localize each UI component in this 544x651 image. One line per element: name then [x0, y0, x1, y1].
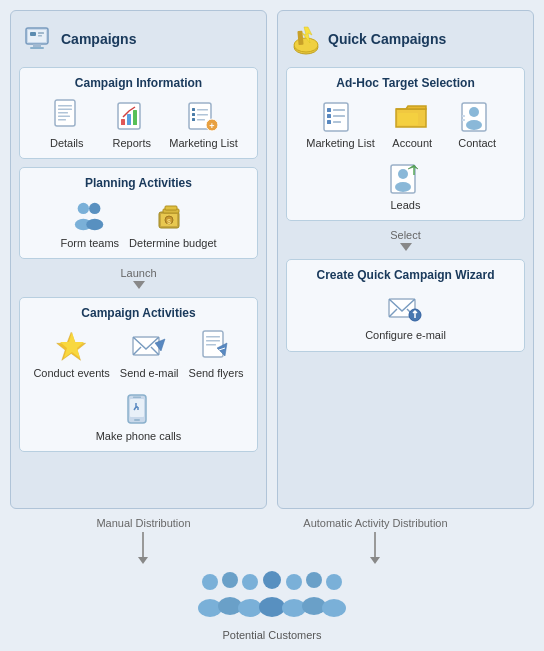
form-teams-label: Form teams — [60, 237, 119, 250]
svg-point-81 — [263, 571, 281, 589]
svg-rect-59 — [327, 120, 331, 124]
send-email-label: Send e-mail — [120, 367, 179, 380]
campaign-info-title: Campaign Information — [28, 76, 249, 90]
campaigns-icon — [23, 23, 55, 55]
svg-rect-18 — [192, 108, 195, 111]
svg-rect-23 — [197, 119, 205, 121]
svg-rect-49 — [134, 419, 140, 421]
svg-rect-10 — [58, 112, 68, 114]
configure-email-label: Configure e-mail — [365, 329, 446, 342]
svg-rect-58 — [333, 115, 345, 117]
configure-email-item[interactable]: Configure e-mail — [365, 290, 446, 342]
svg-point-29 — [86, 219, 103, 230]
svg-rect-61 — [398, 113, 418, 125]
reports-icon — [114, 98, 150, 134]
svg-rect-35 — [165, 206, 177, 210]
contact-item[interactable]: Contact — [450, 98, 505, 150]
conduct-events-label: Conduct events — [33, 367, 109, 380]
svg-point-75 — [202, 574, 218, 590]
svg-rect-14 — [121, 119, 125, 125]
determine-budget-label: Determine budget — [129, 237, 216, 250]
leads-label: Leads — [391, 199, 421, 212]
svg-rect-45 — [206, 344, 216, 346]
marketing-list-label: Marketing List — [169, 137, 237, 150]
potential-customers-group: Potential Customers — [192, 568, 352, 641]
svg-point-88 — [322, 599, 346, 617]
contact-label: Contact — [458, 137, 496, 150]
svg-point-69 — [395, 182, 411, 192]
quick-campaigns-header: Quick Campaigns — [286, 19, 525, 59]
determine-budget-item[interactable]: $ Determine budget — [129, 198, 216, 250]
quick-campaigns-icon — [290, 23, 322, 55]
conduct-events-item[interactable]: Conduct events — [33, 328, 109, 380]
campaigns-panel: Campaigns Campaign Information — [10, 10, 267, 509]
leads-item[interactable]: Leads — [378, 160, 433, 212]
svg-rect-65 — [462, 115, 465, 117]
svg-rect-19 — [197, 109, 208, 111]
send-flyers-item[interactable]: Send flyers — [189, 328, 244, 380]
manual-distribution-group: Manual Distribution — [96, 517, 190, 564]
svg-rect-4 — [30, 32, 36, 36]
svg-point-83 — [286, 574, 302, 590]
leads-icon — [388, 160, 424, 196]
planning-title: Planning Activities — [28, 176, 249, 190]
adhoc-marketing-list-label: Marketing List — [306, 137, 374, 150]
account-item[interactable]: Account — [385, 98, 440, 150]
manual-distribution-label: Manual Distribution — [96, 517, 190, 529]
launch-arrow-down — [133, 281, 145, 289]
svg-rect-20 — [192, 113, 195, 116]
svg-text:$: $ — [167, 218, 171, 226]
svg-rect-1 — [28, 30, 46, 42]
send-email-icon — [131, 328, 167, 364]
contact-icon — [459, 98, 495, 134]
svg-point-80 — [238, 599, 262, 617]
top-section: Campaigns Campaign Information — [10, 10, 534, 509]
make-phone-calls-icon — [120, 391, 156, 427]
marketing-list2-icon — [322, 98, 358, 134]
svg-rect-3 — [30, 47, 44, 49]
account-icon — [394, 98, 430, 134]
svg-point-63 — [469, 107, 479, 117]
right-arrow-head — [370, 557, 380, 564]
svg-point-64 — [466, 120, 482, 130]
svg-rect-16 — [133, 110, 137, 125]
svg-rect-60 — [333, 121, 341, 123]
launch-label: Launch — [120, 267, 156, 279]
conduct-events-icon — [54, 328, 90, 364]
wizard-icons: Configure e-mail — [295, 290, 516, 342]
left-arrow-line — [142, 532, 144, 557]
left-arrow-head — [138, 557, 148, 564]
campaigns-header: Campaigns — [19, 19, 258, 59]
svg-text:+: + — [210, 121, 215, 131]
svg-rect-6 — [38, 35, 42, 37]
details-item[interactable]: Details — [39, 98, 94, 150]
details-icon — [49, 98, 85, 134]
svg-point-52 — [294, 38, 318, 52]
svg-point-79 — [242, 574, 258, 590]
potential-customers-label: Potential Customers — [222, 629, 321, 641]
adhoc-marketing-list-item[interactable]: Marketing List — [306, 98, 374, 150]
svg-rect-48 — [130, 399, 144, 417]
activities-icons: Conduct events — [28, 328, 249, 442]
campaign-info-icons: Details Report — [28, 98, 249, 150]
quick-campaigns-panel: Quick Campaigns Ad-Hoc Target Selection — [277, 10, 534, 509]
account-label: Account — [392, 137, 432, 150]
marketing-list-item[interactable]: + Marketing List — [169, 98, 237, 150]
form-teams-item[interactable]: Form teams — [60, 198, 119, 250]
planning-icons: Form teams $ — [28, 198, 249, 250]
potential-customers-icon — [192, 568, 352, 626]
campaigns-svg-icon — [23, 23, 55, 55]
svg-rect-55 — [327, 108, 331, 112]
reports-item[interactable]: Reports — [104, 98, 159, 150]
svg-rect-43 — [206, 336, 220, 338]
select-arrow: Select — [286, 229, 525, 251]
svg-rect-15 — [127, 114, 131, 125]
svg-rect-12 — [58, 119, 66, 121]
svg-rect-5 — [38, 32, 44, 34]
svg-rect-66 — [462, 119, 465, 121]
activities-title: Campaign Activities — [28, 306, 249, 320]
svg-rect-21 — [197, 114, 208, 116]
send-email-item[interactable]: Send e-mail — [120, 328, 179, 380]
adhoc-title: Ad-Hoc Target Selection — [295, 76, 516, 90]
make-phone-calls-item[interactable]: Make phone calls — [96, 391, 182, 443]
